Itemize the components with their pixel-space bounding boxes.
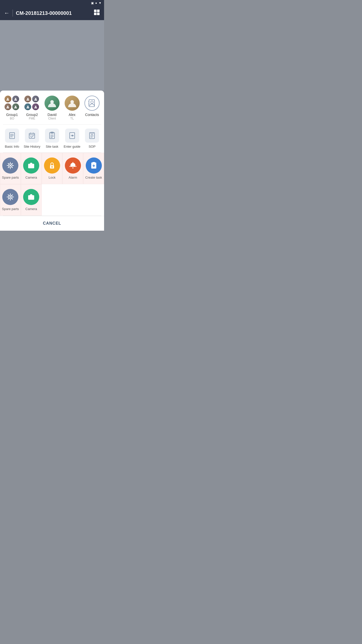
contacts-row: Group1 BO: [0, 91, 104, 124]
avatar-sm: [5, 103, 11, 110]
empty-cell-1: [42, 184, 63, 216]
contact-david[interactable]: David Client: [43, 96, 61, 120]
svg-point-15: [91, 101, 93, 103]
action-camera-2[interactable]: Camera: [21, 184, 42, 216]
grid-view-icon[interactable]: [94, 9, 100, 17]
avatar-sm: [32, 103, 39, 110]
basic-info-label: Basic Info: [5, 145, 19, 148]
avatar-sm: [24, 96, 31, 102]
action-row-2: Spare parts Camera: [0, 184, 104, 216]
enter-guide-icon-box: [65, 129, 79, 143]
empty-cell-2: [62, 184, 83, 216]
spare-parts-2-label: Spare parts: [2, 207, 19, 211]
battery-icon: ▣: [91, 1, 94, 5]
spare-parts-label: Spare parts: [2, 176, 19, 179]
svg-point-25: [10, 137, 11, 137]
camera-label: Camera: [25, 176, 37, 179]
back-button[interactable]: ←: [4, 10, 10, 16]
lock-label: Lock: [49, 176, 55, 179]
group2-avatar: [24, 96, 39, 111]
svg-point-47: [51, 166, 53, 168]
site-task-icon-box: [45, 129, 59, 143]
status-bar: ▣ ● ▼: [0, 0, 104, 6]
action-spare-parts[interactable]: Spare parts: [0, 153, 21, 184]
menu-site-history[interactable]: Site History: [23, 129, 41, 148]
svg-rect-2: [94, 13, 97, 15]
contact-group2[interactable]: Group2 FME: [23, 96, 41, 120]
action-camera[interactable]: Camera: [21, 153, 42, 184]
contacts-icon: [84, 96, 100, 111]
alex-role: TL: [70, 117, 74, 120]
group1-name: Group1: [6, 113, 18, 117]
alarm-label: Alarm: [69, 176, 77, 179]
action-spare-parts-2[interactable]: Spare parts: [0, 184, 21, 216]
svg-rect-52: [93, 162, 95, 163]
create-task-circle: [86, 157, 102, 174]
content-area: [0, 20, 104, 91]
david-name: David: [48, 113, 57, 117]
svg-point-24: [10, 135, 11, 136]
empty-cell-3: [83, 184, 104, 216]
svg-point-60: [33, 196, 34, 196]
camera-2-circle: [23, 189, 39, 205]
avatar-sm: [12, 103, 19, 110]
svg-point-23: [10, 134, 11, 135]
svg-point-41: [10, 165, 11, 166]
group1-avatar: [5, 96, 20, 111]
david-role: Client: [48, 117, 56, 120]
svg-rect-49: [72, 168, 74, 168]
svg-rect-26: [29, 133, 35, 138]
lock-circle: [44, 157, 60, 174]
enter-guide-label: Enter guide: [64, 145, 80, 148]
alarm-circle: [65, 157, 81, 174]
action-row-1: Spare parts Camera: [0, 153, 104, 184]
site-history-icon-box: [25, 129, 39, 143]
svg-point-56: [10, 196, 11, 198]
menu-enter-guide[interactable]: Enter guide: [63, 129, 81, 148]
menu-row: Basic Info Site History: [0, 125, 104, 152]
avatar-sm: [32, 96, 39, 102]
contact-contacts[interactable]: Contacts: [83, 96, 101, 117]
avatar-sm: [24, 103, 31, 110]
sop-icon-box: [85, 129, 99, 143]
action-create-task[interactable]: Create task: [83, 153, 104, 184]
signal-icon: ●: [95, 1, 97, 5]
group2-name: Group2: [26, 113, 38, 117]
sop-label: SOP: [88, 145, 95, 148]
alex-name: Alex: [69, 113, 75, 117]
basic-info-icon-box: [5, 129, 19, 143]
cancel-button[interactable]: CANCEL: [0, 216, 104, 231]
contact-group1[interactable]: Group1 BO: [3, 96, 21, 120]
group1-role: BO: [10, 117, 14, 120]
action-alarm[interactable]: Alarm: [62, 153, 83, 184]
page-title: CM-20181213-00000001: [16, 10, 90, 16]
avatar-sm: [12, 96, 19, 102]
group2-role: FME: [29, 117, 35, 120]
svg-point-12: [50, 100, 54, 104]
svg-rect-0: [94, 10, 97, 12]
action-lock[interactable]: Lock: [42, 153, 63, 184]
divider: [13, 10, 13, 17]
svg-point-45: [33, 164, 34, 165]
spare-parts-2-circle: [2, 189, 18, 205]
svg-rect-3: [97, 13, 100, 15]
site-task-label: Site task: [46, 145, 58, 148]
camera-circle: [23, 157, 39, 174]
contact-alex[interactable]: Alex TL: [63, 96, 81, 120]
svg-point-59: [31, 197, 32, 198]
avatar-sm: [5, 96, 11, 102]
menu-sop[interactable]: SOP: [83, 129, 101, 148]
alex-avatar: [65, 96, 80, 111]
david-avatar: [44, 96, 60, 111]
contacts-name: Contacts: [85, 113, 99, 117]
site-history-label: Site History: [24, 145, 40, 148]
camera-2-label: Camera: [25, 207, 37, 211]
spare-parts-circle: [2, 157, 18, 174]
svg-point-44: [31, 166, 32, 167]
menu-basic-info[interactable]: Basic Info: [3, 129, 21, 148]
bottom-sheet: Group1 BO: [0, 91, 104, 231]
menu-site-task[interactable]: Site task: [43, 129, 61, 148]
wifi-icon: ▼: [99, 1, 102, 5]
svg-rect-1: [97, 10, 100, 12]
svg-point-13: [70, 100, 74, 104]
